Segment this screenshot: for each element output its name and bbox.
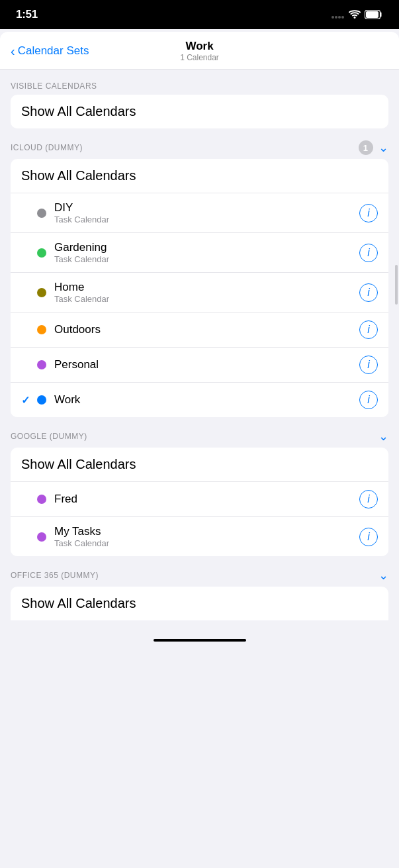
battery-icon <box>365 10 383 19</box>
cal-dot-work <box>37 395 46 405</box>
google-show-all-row[interactable]: Show All Calendars <box>11 448 388 482</box>
icloud-card: Show All Calendars DIY Task Calendar i G… <box>11 159 388 417</box>
office365-section-header: OFFICE 365 (DUMMY) ⌄ <box>0 556 399 587</box>
home-indicator <box>154 639 246 642</box>
icloud-header-label: ICLOUD (DUMMY) <box>11 143 83 152</box>
cal-name-fred: Fred <box>54 493 359 506</box>
info-btn-work[interactable]: i <box>359 391 378 409</box>
office365-header-right: ⌄ <box>378 568 389 583</box>
calendar-item-work[interactable]: ✓ Work i <box>11 383 388 417</box>
calendar-item-diy[interactable]: DIY Task Calendar i <box>11 193 388 233</box>
cal-dot-gardening <box>37 248 46 258</box>
back-button[interactable]: ‹ Calendar Sets <box>11 44 89 58</box>
icloud-section-header: ICLOUD (DUMMY) 1 ⌄ <box>0 128 399 159</box>
cal-text-diy: DIY Task Calendar <box>54 201 359 224</box>
show-all-visible-label: Show All Calendars <box>21 104 136 119</box>
cal-text-outdoors: Outdoors <box>54 323 359 336</box>
cal-text-gardening: Gardening Task Calendar <box>54 241 359 264</box>
info-btn-fred[interactable]: i <box>359 490 378 508</box>
back-label: Calendar Sets <box>18 44 89 58</box>
info-btn-gardening[interactable]: i <box>359 244 378 262</box>
google-header-right: ⌄ <box>378 429 389 444</box>
google-show-all-label: Show All Calendars <box>21 457 136 471</box>
cal-name-outdoors: Outdoors <box>54 323 359 336</box>
google-chevron-down-icon[interactable]: ⌄ <box>378 429 389 444</box>
cal-dot-home <box>37 288 46 297</box>
cal-name-diy: DIY <box>54 201 359 215</box>
svg-point-3 <box>341 16 344 19</box>
office365-partial-card: Show All Calendars <box>11 587 388 620</box>
icloud-chevron-down-icon[interactable]: ⌄ <box>378 140 389 155</box>
wifi-icon <box>349 10 361 19</box>
signal-icon <box>332 11 345 19</box>
cal-sub-gardening: Task Calendar <box>54 254 359 264</box>
info-btn-outdoors[interactable]: i <box>359 320 378 339</box>
status-icons <box>332 10 383 19</box>
calendar-item-fred[interactable]: Fred i <box>11 482 388 517</box>
calendar-item-home[interactable]: Home Task Calendar i <box>11 273 388 313</box>
svg-point-1 <box>335 16 337 19</box>
cal-text-work: Work <box>54 393 359 407</box>
cal-dot-personal <box>37 360 46 369</box>
office365-show-all-label: Show All Calendars <box>21 596 136 610</box>
icloud-header-right: 1 ⌄ <box>359 140 389 155</box>
visible-calendars-header: VISIBLE CALENDARS <box>0 70 399 95</box>
svg-rect-6 <box>366 11 378 18</box>
google-section-header: GOOGLE (DUMMY) ⌄ <box>0 417 399 448</box>
cal-name-home: Home <box>54 281 359 294</box>
cal-sub-diy: Task Calendar <box>54 215 359 224</box>
calendar-item-gardening[interactable]: Gardening Task Calendar i <box>11 233 388 273</box>
cal-name-personal: Personal <box>54 358 359 371</box>
cal-name-mytasks: My Tasks <box>54 525 359 538</box>
cal-text-personal: Personal <box>54 358 359 371</box>
nav-title: Work 1 Calendar <box>180 40 219 62</box>
info-btn-personal[interactable]: i <box>359 356 378 374</box>
cal-dot-fred <box>37 495 46 504</box>
nav-subtitle-text: 1 Calendar <box>180 53 219 62</box>
cal-check-work: ✓ <box>21 394 37 407</box>
content: VISIBLE CALENDARS Show All Calendars ICL… <box>0 70 399 634</box>
office365-show-all-row[interactable]: Show All Calendars <box>11 587 388 620</box>
cal-dot-outdoors <box>37 325 46 334</box>
office365-chevron-down-icon[interactable]: ⌄ <box>378 568 389 583</box>
google-card: Show All Calendars Fred i My Tasks Task … <box>11 448 388 556</box>
calendar-item-mytasks[interactable]: My Tasks Task Calendar i <box>11 517 388 556</box>
cal-name-work: Work <box>54 393 359 407</box>
cal-dot-diy <box>37 209 46 218</box>
calendar-item-outdoors[interactable]: Outdoors i <box>11 313 388 348</box>
svg-point-4 <box>354 17 356 19</box>
icloud-count-badge: 1 <box>359 140 373 155</box>
cal-sub-home: Task Calendar <box>54 294 359 304</box>
icloud-show-all-label: Show All Calendars <box>21 168 136 183</box>
cal-text-home: Home Task Calendar <box>54 281 359 304</box>
nav-bar: ‹ Calendar Sets Work 1 Calendar <box>0 32 399 70</box>
info-btn-home[interactable]: i <box>359 283 378 302</box>
cal-dot-mytasks <box>37 532 46 542</box>
svg-point-2 <box>338 16 341 19</box>
status-bar: 1:51 <box>0 0 399 29</box>
status-time: 1:51 <box>16 8 38 21</box>
cal-name-gardening: Gardening <box>54 241 359 254</box>
back-chevron-icon: ‹ <box>11 44 15 58</box>
info-btn-diy[interactable]: i <box>359 204 378 222</box>
visible-calendars-card: Show All Calendars <box>11 95 388 128</box>
office365-header-label: OFFICE 365 (DUMMY) <box>11 571 99 580</box>
icloud-show-all-row[interactable]: Show All Calendars <box>11 159 388 193</box>
calendar-item-personal[interactable]: Personal i <box>11 348 388 383</box>
nav-title-text: Work <box>180 40 219 53</box>
info-btn-mytasks[interactable]: i <box>359 528 378 546</box>
cal-sub-mytasks: Task Calendar <box>54 538 359 548</box>
visible-calendars-label: VISIBLE CALENDARS <box>11 81 97 91</box>
scrollbar <box>395 265 398 305</box>
cal-text-fred: Fred <box>54 493 359 506</box>
svg-point-0 <box>332 16 334 19</box>
google-header-label: GOOGLE (DUMMY) <box>11 432 87 441</box>
show-all-visible-row[interactable]: Show All Calendars <box>11 95 388 128</box>
cal-text-mytasks: My Tasks Task Calendar <box>54 525 359 548</box>
